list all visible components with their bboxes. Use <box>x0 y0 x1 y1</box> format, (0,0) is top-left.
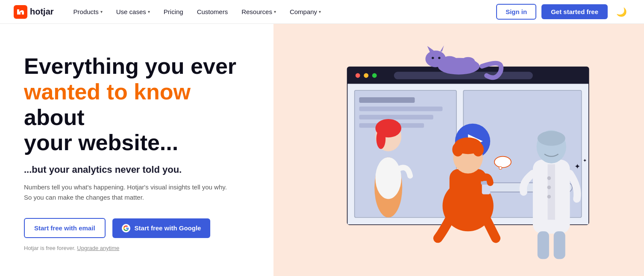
google-button-label: Start free with Google <box>135 224 201 232</box>
svg-point-45 <box>547 195 551 199</box>
svg-point-30 <box>376 129 386 149</box>
free-note-text: Hotjar is free forever. <box>24 245 76 251</box>
svg-rect-11 <box>359 107 442 111</box>
main-wrapper: Everything you ever wanted to know about… <box>0 24 644 276</box>
hero-subheading: ...but your analytics never told you. <box>24 164 253 175</box>
hero-desc-line2: So you can make the changes that matter. <box>24 194 144 201</box>
google-g-icon <box>122 224 130 232</box>
hero-heading: Everything you ever wanted to know about… <box>24 54 253 156</box>
svg-point-35 <box>452 142 463 157</box>
navbar: hotjar Products ▾ Use cases ▾ Pricing Cu… <box>0 0 644 24</box>
svg-point-43 <box>547 176 551 180</box>
svg-point-20 <box>461 57 475 67</box>
start-email-button[interactable]: Start free with email <box>24 218 106 238</box>
nav-item-products[interactable]: Products ▾ <box>68 5 109 19</box>
nav-item-customers[interactable]: Customers <box>191 5 234 19</box>
svg-point-47 <box>538 131 565 146</box>
nav-item-pricing[interactable]: Pricing <box>158 5 189 19</box>
usecases-chevron-icon: ▾ <box>148 9 150 14</box>
svg-text:✦: ✦ <box>574 162 580 171</box>
logo[interactable]: hotjar <box>14 5 54 19</box>
nav-item-company[interactable]: Company ▾ <box>284 5 327 19</box>
hero-heading-about: about <box>24 105 85 130</box>
svg-text:✦: ✦ <box>583 158 587 163</box>
hero-left: Everything you ever wanted to know about… <box>0 24 273 276</box>
dark-mode-button[interactable]: 🌙 <box>613 5 630 19</box>
get-started-button[interactable]: Get started free <box>541 4 608 19</box>
svg-rect-42 <box>548 164 555 220</box>
svg-rect-51 <box>554 231 565 259</box>
resources-chevron-icon: ▾ <box>274 9 276 14</box>
svg-point-6 <box>372 73 377 78</box>
svg-marker-23 <box>440 46 444 52</box>
hero-description: Numbers tell you what's happening. Hotja… <box>24 182 238 203</box>
hero-illustration: ✦ ✦ <box>273 24 644 276</box>
svg-point-21 <box>425 51 446 67</box>
signin-button[interactable]: Sign in <box>496 4 536 20</box>
svg-point-4 <box>356 73 360 78</box>
nav-links: Products ▾ Use cases ▾ Pricing Customers… <box>68 5 497 19</box>
nav-right: Sign in Get started free 🌙 <box>496 4 630 20</box>
svg-rect-32 <box>450 169 487 206</box>
svg-point-24 <box>432 57 434 59</box>
svg-point-5 <box>364 73 368 78</box>
products-chevron-icon: ▾ <box>100 9 103 14</box>
hero-desc-line1: Numbers tell you what's happening. Hotja… <box>24 183 227 191</box>
logo-text: hotjar <box>30 7 54 17</box>
hero-heading-line3: your website... <box>24 130 178 155</box>
hero-right: ✦ ✦ <box>273 24 644 276</box>
cta-buttons: Start free with email Start free with Go… <box>24 218 253 238</box>
svg-rect-50 <box>538 231 549 259</box>
nav-item-resources[interactable]: Resources ▾ <box>235 5 282 19</box>
hero-heading-highlight: wanted to know <box>24 79 191 104</box>
start-google-button[interactable]: Start free with Google <box>112 218 211 238</box>
svg-point-25 <box>438 57 440 59</box>
hero-heading-line1: Everything you ever <box>24 54 236 78</box>
free-note: Hotjar is free forever. Upgrade anytime <box>24 245 253 251</box>
upgrade-link[interactable]: Upgrade anytime <box>77 245 119 251</box>
svg-point-40 <box>499 167 502 170</box>
svg-rect-12 <box>359 115 433 119</box>
svg-point-39 <box>494 157 511 168</box>
svg-point-27 <box>375 157 401 199</box>
svg-point-36 <box>473 142 484 157</box>
nav-item-usecases[interactable]: Use cases ▾ <box>110 5 156 19</box>
svg-point-44 <box>547 186 551 189</box>
svg-rect-10 <box>359 97 415 103</box>
company-chevron-icon: ▾ <box>319 9 321 14</box>
